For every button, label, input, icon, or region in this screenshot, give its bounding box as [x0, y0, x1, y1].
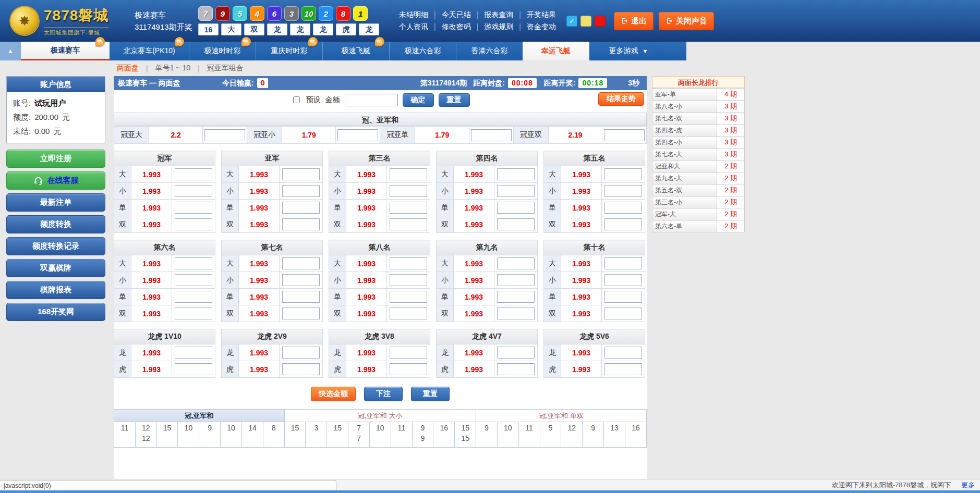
menu-link[interactable]: 开奖结果	[513, 9, 556, 21]
collapse-tab-button[interactable]: ▲	[0, 42, 21, 60]
bet-amount-input[interactable]	[604, 168, 642, 180]
bet-amount-input[interactable]	[471, 129, 512, 141]
bet-amount-input[interactable]	[175, 218, 212, 230]
bet-amount-input[interactable]	[282, 274, 320, 286]
confirm-button[interactable]: 确定	[403, 93, 434, 107]
tab-speed-ssc[interactable]: 极速时时彩 热	[189, 42, 256, 60]
preset-amount-input[interactable]	[345, 94, 398, 106]
bet-amount-input[interactable]	[604, 185, 642, 197]
bet-amount-input[interactable]	[282, 218, 320, 230]
bet-amount-input[interactable]	[175, 347, 212, 359]
bet-amount-input[interactable]	[390, 347, 427, 359]
results-tab-sum[interactable]: 冠,亚军和	[114, 410, 285, 422]
bet-amount-input[interactable]	[175, 274, 212, 286]
bet-amount-input[interactable]	[604, 363, 642, 375]
bet-amount-input[interactable]	[604, 307, 642, 319]
bet-amount-input[interactable]	[282, 168, 320, 180]
reset-bets-button[interactable]: 重置	[411, 387, 450, 401]
bet-amount-input[interactable]	[282, 185, 320, 197]
bet-amount-input[interactable]	[390, 291, 427, 303]
bet-amount-input[interactable]	[604, 347, 642, 359]
bet-amount-input[interactable]	[604, 202, 642, 214]
results-tab-size[interactable]: 冠,亚军和 大小	[284, 410, 476, 422]
bet-amount-input[interactable]	[390, 168, 427, 180]
bet-amount-input[interactable]	[604, 257, 642, 269]
bet-amount-input[interactable]	[175, 257, 212, 269]
shuangying-chess-button[interactable]: 双赢棋牌	[6, 259, 105, 277]
bet-amount-input[interactable]	[497, 274, 535, 286]
tab-speed-lhc[interactable]: 极速六合彩	[389, 42, 456, 60]
bet-amount-input[interactable]	[282, 347, 320, 359]
menu-link[interactable]: 修改密码	[428, 21, 471, 33]
toggle-blue-checked[interactable]: ✓	[566, 16, 577, 27]
bet-amount-input[interactable]	[497, 185, 535, 197]
lottery-168-button[interactable]: 168开奖网	[6, 303, 105, 321]
bet-amount-input[interactable]	[282, 291, 320, 303]
credit-transfer-button[interactable]: 额度转换	[6, 215, 105, 233]
breadcrumb-two-sided[interactable]: 两面盘	[117, 64, 139, 73]
bet-amount-input[interactable]	[497, 347, 535, 359]
bet-amount-input[interactable]	[175, 168, 212, 180]
more-link[interactable]: 更多	[961, 479, 975, 490]
bet-amount-input[interactable]	[175, 363, 212, 375]
bet-amount-input[interactable]	[175, 291, 212, 303]
reset-button[interactable]: 重置	[439, 93, 470, 107]
tab-speed-racing[interactable]: 极速赛车 热	[21, 42, 110, 60]
bet-amount-input[interactable]	[604, 274, 642, 286]
tab-lucky-airship[interactable]: 幸运飞艇	[523, 42, 589, 60]
breadcrumb-single-number[interactable]: 单号1 ~ 10	[155, 64, 190, 73]
bet-amount-input[interactable]	[175, 202, 212, 214]
bet-amount-input[interactable]	[497, 168, 535, 180]
menu-link[interactable]: 资金变动	[513, 21, 556, 33]
bet-amount-input[interactable]	[497, 202, 535, 214]
preset-checkbox[interactable]	[293, 96, 300, 103]
bet-amount-input[interactable]	[497, 257, 535, 269]
transfer-history-button[interactable]: 额度转换记录	[6, 237, 105, 255]
bet-amount-input[interactable]	[282, 363, 320, 375]
bet-amount-input[interactable]	[497, 307, 535, 319]
menu-link[interactable]: 今天已结	[428, 9, 471, 21]
place-bet-button[interactable]: 下注	[364, 387, 403, 401]
tab-hk-lhc[interactable]: 香港六合彩	[456, 42, 523, 60]
toggle-yellow[interactable]	[580, 16, 591, 27]
bet-amount-input[interactable]	[282, 257, 320, 269]
bet-amount-input[interactable]	[390, 363, 427, 375]
bet-amount-input[interactable]	[497, 218, 535, 230]
bet-amount-input[interactable]	[282, 202, 320, 214]
bet-amount-input[interactable]	[497, 363, 535, 375]
latest-bets-button[interactable]: 最新注单	[6, 193, 105, 212]
bet-amount-input[interactable]	[282, 307, 320, 319]
bet-amount-input[interactable]	[604, 291, 642, 303]
menu-link[interactable]: 报表查询	[471, 9, 514, 21]
tab-beijing-pk10[interactable]: 北京赛车(PK10) 热	[110, 42, 189, 60]
bet-amount-input[interactable]	[204, 129, 245, 141]
register-button[interactable]: 立即注册	[6, 150, 105, 168]
tab-chongqing-ssc[interactable]: 重庆时时彩 热	[256, 42, 322, 60]
bet-amount-input[interactable]	[390, 218, 427, 230]
menu-link[interactable]: 游戏规则	[471, 21, 514, 33]
toggle-red[interactable]	[595, 16, 606, 27]
quick-amount-button[interactable]: 快选金额	[311, 387, 356, 401]
trend-button[interactable]: 结果走势	[598, 92, 644, 106]
bet-amount-input[interactable]	[390, 307, 427, 319]
bet-amount-input[interactable]	[604, 218, 642, 230]
bet-amount-input[interactable]	[175, 185, 212, 197]
menu-link[interactable]: 未结明细	[399, 9, 428, 21]
results-tab-parity[interactable]: 冠,亚军和 单双	[476, 410, 647, 422]
bet-amount-input[interactable]	[175, 307, 212, 319]
close-sound-button[interactable]: 关闭声音	[659, 12, 714, 30]
bet-amount-input[interactable]	[497, 291, 535, 303]
logout-button[interactable]: 退出	[614, 12, 654, 30]
customer-service-button[interactable]: 在线客服	[6, 171, 105, 190]
bet-amount-input[interactable]	[390, 274, 427, 286]
bet-amount-input[interactable]	[390, 185, 427, 197]
bet-amount-input[interactable]	[337, 129, 378, 141]
breadcrumb-combo[interactable]: 冠亚军组合	[207, 64, 244, 73]
chess-report-button[interactable]: 棋牌报表	[6, 281, 105, 299]
tab-speed-airship[interactable]: 极速飞艇 热	[322, 42, 389, 60]
bet-amount-input[interactable]	[390, 257, 427, 269]
menu-link[interactable]: 个人资讯	[399, 21, 428, 33]
bet-amount-input[interactable]	[390, 202, 427, 214]
bet-amount-input[interactable]	[604, 129, 645, 141]
tab-more-games[interactable]: 更多游戏 ▼	[589, 42, 668, 60]
